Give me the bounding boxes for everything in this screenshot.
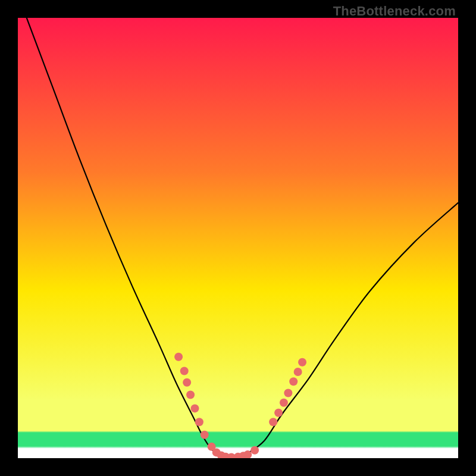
curve-marker (195, 418, 203, 426)
curve-marker (280, 399, 288, 407)
gradient-background (18, 18, 458, 458)
curve-marker (183, 378, 191, 387)
chart-frame (18, 18, 458, 458)
curve-marker (250, 446, 259, 455)
curve-marker (180, 367, 189, 375)
curve-marker (190, 404, 199, 412)
curve-marker (298, 358, 306, 367)
curve-marker (174, 353, 183, 361)
curve-marker (274, 409, 283, 417)
curve-marker (284, 389, 292, 397)
curve-marker (201, 431, 209, 439)
curve-marker (269, 418, 277, 426)
curve-marker (289, 377, 298, 386)
watermark-text: TheBottleneck.com (333, 4, 456, 19)
curve-marker (294, 368, 302, 376)
curve-marker (186, 390, 195, 399)
bottleneck-chart (18, 18, 458, 458)
